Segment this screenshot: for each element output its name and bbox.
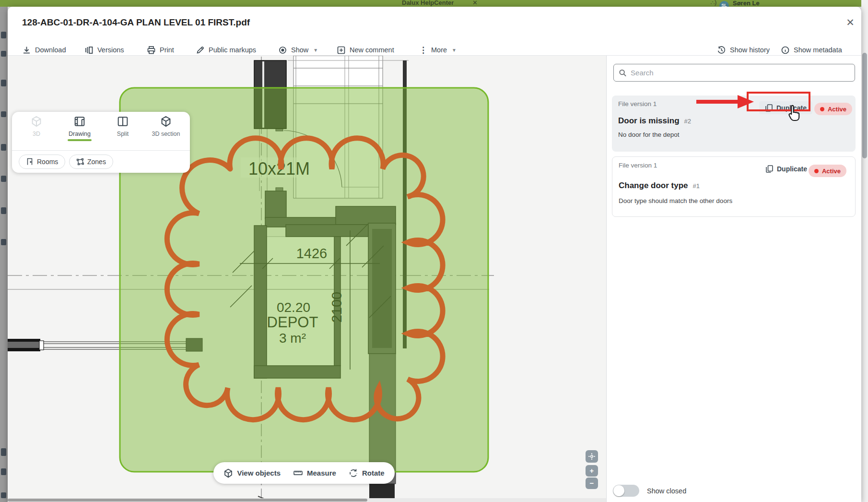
helpcenter-close-icon: ✕ xyxy=(472,0,478,6)
zoom-out-button[interactable]: − xyxy=(586,478,598,489)
print-icon xyxy=(147,46,156,55)
markup-number: #2 xyxy=(684,118,691,125)
status-badge: Active xyxy=(809,165,846,177)
kebab-icon: ⋮ xyxy=(419,45,427,55)
duplicate-button[interactable]: Duplicate xyxy=(765,165,807,173)
new-comment-icon xyxy=(337,46,346,55)
duplicate-icon xyxy=(765,104,773,112)
markup-title: Change door type#1 xyxy=(619,181,700,191)
markups-sidebar: File version 1 Duplicate Active Door is … xyxy=(606,56,861,502)
fit-view-icon xyxy=(588,453,596,460)
view-objects-button[interactable]: View objects xyxy=(223,468,281,478)
file-viewer-modal: 128-ABC-01-DR-A-104-GA PLAN LEVEL 01 FIR… xyxy=(8,7,861,502)
zone-polygon-icon xyxy=(76,158,84,166)
close-icon[interactable]: ✕ xyxy=(843,15,857,30)
status-dot-icon xyxy=(820,107,824,111)
panel-divider xyxy=(12,150,190,151)
rotate-button[interactable]: Rotate xyxy=(349,468,385,478)
view-mode-panel: 3D Drawing Split 3D section Rooms xyxy=(12,112,190,173)
rotate-icon xyxy=(349,468,358,478)
browser-top-bar: Dalux HelpCenter ✕ ⸫) SL Søren Le xyxy=(0,0,861,7)
cube-icon xyxy=(223,468,233,478)
canvas-toolbar: View objects Measure Rotate xyxy=(213,462,395,484)
history-icon xyxy=(717,46,726,55)
download-icon xyxy=(22,46,31,55)
avatar: SL xyxy=(719,1,729,7)
canvas-h-scrollbar[interactable] xyxy=(8,499,367,502)
duplicate-icon xyxy=(765,165,774,173)
zones-button[interactable]: Zones xyxy=(69,155,113,169)
info-icon xyxy=(781,46,790,55)
cube-icon xyxy=(31,116,42,127)
tab-drawing[interactable]: Drawing xyxy=(59,116,100,137)
file-title: 128-ABC-01-DR-A-104-GA PLAN LEVEL 01 FIR… xyxy=(22,17,250,28)
fit-view-button[interactable] xyxy=(586,450,598,463)
ruler-icon xyxy=(293,468,303,478)
split-icon xyxy=(117,116,129,127)
page-scrollbar[interactable] xyxy=(861,0,868,502)
file-version-label: File version 1 xyxy=(618,100,657,108)
zoom-in-button[interactable]: + xyxy=(586,465,598,477)
show-icon xyxy=(278,46,287,55)
user-name: Søren Le xyxy=(733,0,760,7)
door-icon xyxy=(26,158,34,166)
search-icon xyxy=(619,69,627,77)
cube-section-icon xyxy=(160,116,172,127)
show-closed-label: Show closed xyxy=(647,487,686,495)
helpcenter-tab-label: Dalux HelpCenter xyxy=(402,0,454,6)
versions-icon xyxy=(84,46,94,55)
background-left-nav xyxy=(0,7,8,502)
markup-title: Door is missing#2 xyxy=(618,116,691,126)
pencil-icon xyxy=(196,46,205,55)
tab-3d-section[interactable]: 3D section xyxy=(145,116,187,137)
status-dot-icon xyxy=(814,169,819,173)
notification-icon: ⸫) xyxy=(711,0,716,6)
status-badge: Active xyxy=(814,103,852,115)
file-version-label: File version 1 xyxy=(619,162,657,169)
search-input[interactable] xyxy=(631,69,850,77)
search-box[interactable] xyxy=(613,64,855,82)
tab-split[interactable]: Split xyxy=(102,116,143,137)
markup-card-change-door-type[interactable]: File version 1 Duplicate Active Change d… xyxy=(612,156,856,217)
chevron-down-icon: ▼ xyxy=(452,48,457,53)
markup-description: No door for the depot xyxy=(618,131,680,138)
measure-button[interactable]: Measure xyxy=(293,468,336,478)
markup-card-door-missing[interactable]: File version 1 Duplicate Active Door is … xyxy=(612,96,856,152)
show-closed-toggle[interactable] xyxy=(613,485,639,497)
show-closed-row: Show closed xyxy=(613,485,686,497)
drawing-icon xyxy=(74,116,85,127)
rooms-button[interactable]: Rooms xyxy=(19,155,65,169)
markup-number: #1 xyxy=(693,182,700,190)
drawing-canvas[interactable]: 10x21M 1426 2100 02.20 DEPOT 3 m² 3D Dra… xyxy=(8,56,606,502)
markup-description: Door type should match the other doors xyxy=(619,197,732,204)
duplicate-button[interactable]: Duplicate xyxy=(759,101,812,114)
chevron-down-icon: ▼ xyxy=(313,48,318,53)
tab-3d: 3D xyxy=(16,116,57,137)
